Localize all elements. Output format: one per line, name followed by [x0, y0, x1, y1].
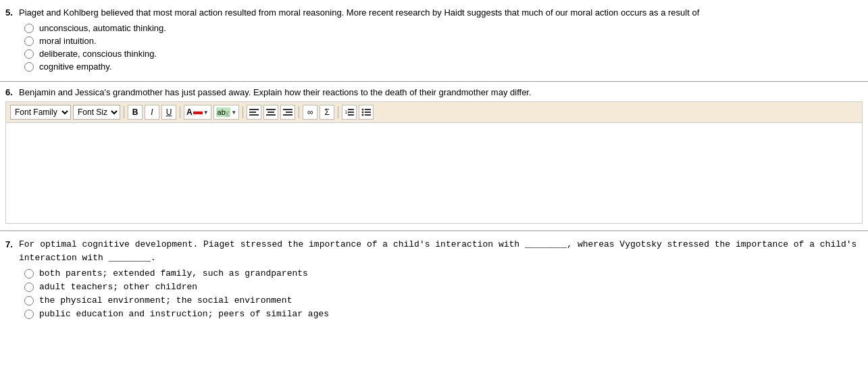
- svg-rect-5: [266, 114, 276, 116]
- align-left-icon: [249, 107, 259, 117]
- link-button[interactable]: ∞: [303, 105, 317, 120]
- question-6-header: 6. Benjamin and Jessica's grandmother ha…: [5, 87, 863, 97]
- essay-editor[interactable]: [5, 122, 863, 224]
- list-item: deliberate, conscious thinking.: [24, 49, 863, 59]
- divider-4: [299, 106, 299, 118]
- align-left-button[interactable]: [247, 105, 261, 120]
- q5-option-b-radio[interactable]: [24, 36, 34, 46]
- svg-rect-10: [348, 109, 354, 110]
- text-color-icon: A: [186, 107, 193, 117]
- align-center-button[interactable]: [263, 105, 278, 120]
- svg-rect-7: [286, 112, 292, 113]
- svg-point-14: [362, 112, 364, 114]
- divider-1: [124, 106, 124, 118]
- q5-option-b-label: moral intuition.: [39, 36, 97, 46]
- font-size-select[interactable]: Font Size: [73, 105, 120, 120]
- divider-5: [338, 106, 338, 118]
- q5-option-c-label: deliberate, conscious thinking.: [39, 49, 157, 59]
- list-item: adult teachers; other children: [24, 282, 863, 292]
- svg-rect-1: [249, 112, 256, 113]
- svg-rect-2: [249, 114, 259, 116]
- question-5-header: 5. Piaget and Kohlberg believed that mos…: [5, 7, 863, 19]
- ordered-list-icon: 1.: [344, 107, 354, 117]
- bold-button[interactable]: B: [128, 105, 143, 120]
- q7-option-a-radio[interactable]: [24, 269, 34, 278]
- question-6-section: 6. Benjamin and Jessica's grandmother ha…: [0, 82, 868, 231]
- list-item: unconscious, automatic thinking.: [24, 23, 863, 33]
- q7-option-a-label: both parents; extended family, such as g…: [39, 268, 308, 278]
- question-7-header: 7. For optimal cognitive development. Pi…: [5, 238, 863, 264]
- question-6-number: 6.: [5, 87, 16, 97]
- svg-rect-3: [266, 109, 276, 110]
- question-5-text: Piaget and Kohlberg believed that most m…: [19, 7, 863, 19]
- font-family-select[interactable]: Font Family: [10, 105, 71, 120]
- q7-option-c-radio[interactable]: [24, 296, 34, 306]
- editor-toolbar: Font Family Font Size B I U A ▼ aby ▼: [5, 101, 863, 122]
- list-item: moral intuition.: [24, 36, 863, 46]
- svg-rect-4: [267, 112, 274, 113]
- q7-option-c-label: the physical environment; the social env…: [39, 295, 292, 306]
- svg-rect-16: [365, 109, 371, 110]
- svg-rect-12: [348, 114, 354, 116]
- question-5-number: 5.: [5, 7, 16, 19]
- align-right-icon: [283, 107, 292, 117]
- question-6-text: Benjamin and Jessica's grandmother has j…: [19, 87, 863, 97]
- svg-rect-6: [283, 109, 292, 110]
- svg-rect-18: [365, 114, 371, 116]
- question-5-section: 5. Piaget and Kohlberg believed that mos…: [0, 0, 868, 82]
- svg-rect-0: [249, 109, 259, 110]
- align-right-button[interactable]: [280, 105, 295, 120]
- list-item: cognitive empathy.: [24, 62, 863, 72]
- link-icon: ∞: [307, 107, 313, 117]
- text-color-dropdown-arrow: ▼: [203, 110, 209, 116]
- q7-option-d-radio[interactable]: [24, 310, 34, 319]
- q5-option-d-label: cognitive empathy.: [39, 62, 111, 72]
- list-item: public education and instruction; peers …: [24, 309, 863, 319]
- sigma-icon: Σ: [325, 107, 330, 117]
- q5-option-a-radio[interactable]: [24, 24, 34, 33]
- svg-point-13: [362, 109, 364, 111]
- highlight-color-button[interactable]: aby ▼: [213, 105, 240, 120]
- question-7-number: 7.: [5, 238, 16, 264]
- q5-option-d-radio[interactable]: [24, 62, 34, 72]
- underline-button[interactable]: U: [161, 105, 176, 120]
- formula-button[interactable]: Σ: [320, 105, 334, 120]
- q7-option-d-label: public education and instruction; peers …: [39, 309, 329, 319]
- question-5-options: unconscious, automatic thinking. moral i…: [5, 23, 863, 72]
- svg-rect-17: [365, 112, 371, 113]
- question-7-options: both parents; extended family, such as g…: [5, 268, 863, 319]
- unordered-list-button[interactable]: [359, 105, 374, 120]
- text-color-button[interactable]: A ▼: [184, 105, 211, 120]
- q5-option-c-radio[interactable]: [24, 49, 34, 59]
- divider-2: [180, 106, 180, 118]
- svg-rect-8: [283, 114, 292, 116]
- svg-point-15: [362, 114, 364, 116]
- q7-option-b-radio[interactable]: [24, 283, 34, 292]
- q5-option-a-label: unconscious, automatic thinking.: [39, 23, 166, 33]
- question-7-text: For optimal cognitive development. Piage…: [19, 238, 863, 264]
- list-item: both parents; extended family, such as g…: [24, 268, 863, 278]
- align-center-icon: [266, 107, 276, 117]
- list-item: the physical environment; the social env…: [24, 295, 863, 306]
- q7-option-b-label: adult teachers; other children: [39, 282, 197, 292]
- svg-rect-11: [348, 112, 354, 113]
- text-color-bar: [193, 112, 203, 114]
- ordered-list-button[interactable]: 1.: [342, 105, 357, 120]
- highlight-icon: aby: [216, 107, 231, 117]
- question-7-section: 7. For optimal cognitive development. Pi…: [0, 231, 868, 329]
- divider-3: [242, 106, 243, 118]
- italic-button[interactable]: I: [145, 105, 159, 120]
- unordered-list-icon: [361, 107, 371, 117]
- highlight-dropdown-arrow: ▼: [231, 110, 236, 116]
